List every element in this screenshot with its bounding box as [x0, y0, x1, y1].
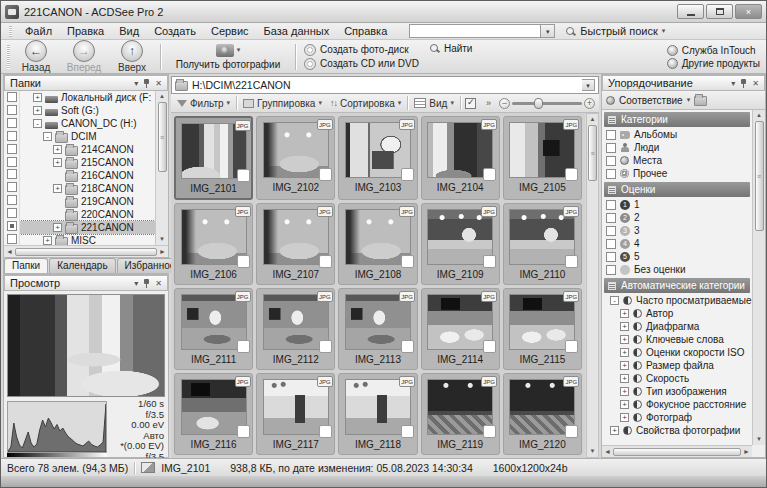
menu-item-2[interactable]: Вид	[112, 24, 146, 38]
view-button[interactable]: Вид ▾	[412, 97, 456, 110]
tree-item-221canon[interactable]: +221CANON	[20, 221, 155, 234]
thumbnail-image[interactable]: JPG	[263, 379, 329, 435]
path-dropdown-button[interactable]: ▾	[582, 79, 595, 91]
rating-1[interactable]: 11	[602, 198, 752, 211]
organize-horizontal-scrollbar[interactable]: ◄ ►	[602, 445, 752, 457]
toolbar-grip[interactable]	[7, 45, 10, 69]
menu-item-3[interactable]: Создать	[147, 24, 203, 38]
thumbnail-img_2114[interactable]: JPGIMG_2114	[421, 288, 500, 370]
menu-item-0[interactable]: Файл	[18, 24, 59, 38]
easy-select-cell[interactable]	[4, 194, 19, 207]
tag-checkbox[interactable]	[565, 340, 578, 353]
collapse-icon[interactable]: -	[33, 119, 42, 128]
thumbnail-img_2112[interactable]: JPGIMG_2112	[256, 288, 335, 370]
forward-button[interactable]: → Вперед	[64, 40, 104, 73]
rating-3[interactable]: 33	[602, 224, 752, 237]
thumbnail-img_2113[interactable]: JPGIMG_2113	[338, 288, 417, 370]
tag-checkbox[interactable]	[401, 168, 414, 181]
scroll-up-icon[interactable]: ▲	[756, 110, 762, 121]
scroll-up-icon[interactable]: ▲	[590, 114, 596, 125]
organize-vertical-scrollbar[interactable]: ▲ ≡ ▼	[752, 110, 765, 445]
panel-menu-icon[interactable]: ▾	[731, 79, 735, 88]
preview-image[interactable]	[7, 294, 165, 397]
intouch-button[interactable]: Служба InTouch	[667, 45, 756, 56]
scrollbar-thumb[interactable]	[15, 248, 157, 256]
thumbnail-img_2101[interactable]: JPGIMG_2101	[174, 116, 253, 200]
category-other[interactable]: Прочее	[602, 167, 752, 180]
scroll-right-icon[interactable]: ►	[743, 448, 750, 455]
easy-select-cell[interactable]	[4, 142, 19, 155]
rating-5[interactable]: 55	[602, 250, 752, 263]
auto-category[interactable]: +Автор	[602, 307, 752, 320]
folder-icon[interactable]	[694, 96, 707, 106]
expand-icon[interactable]: +	[620, 361, 629, 370]
thumbnail-img_2106[interactable]: JPGIMG_2106	[174, 203, 253, 285]
auto-category[interactable]: +Оценки скорости ISO	[602, 346, 752, 359]
easy-select-checkbox[interactable]	[7, 144, 17, 154]
thumbnail-img_2119[interactable]: JPGIMG_2119	[421, 373, 500, 455]
scroll-left-icon[interactable]: ◄	[604, 448, 611, 455]
thumbnail-image[interactable]: JPG	[509, 122, 575, 178]
auto-category[interactable]: +Тип изображения	[602, 385, 752, 398]
thumbnail-image[interactable]: JPG	[181, 209, 247, 265]
thumbnail-img_2109[interactable]: JPGIMG_2109	[421, 203, 500, 285]
path-bar[interactable]: H:\DCIM\221CANON ▾	[171, 76, 599, 94]
auto-category[interactable]: +Фотограф	[602, 411, 752, 424]
thumbnail-image[interactable]: JPG	[345, 209, 411, 265]
thumbnail-img_2117[interactable]: JPGIMG_2117	[256, 373, 335, 455]
expand-icon[interactable]: +	[53, 223, 62, 232]
thumbnail-image[interactable]: JPG	[427, 122, 493, 178]
grid-vertical-scrollbar[interactable]: ▲ ≡ ▼	[586, 113, 599, 458]
tree-item-dcim[interactable]: -DCIM	[20, 130, 155, 143]
menu-item-1[interactable]: Правка	[60, 24, 111, 38]
easy-select-checkbox[interactable]	[7, 234, 17, 244]
tree-item-219canon[interactable]: 219CANON	[20, 195, 155, 208]
thumbnail-image[interactable]: JPG	[345, 379, 411, 435]
minimize-button[interactable]	[677, 4, 704, 19]
expand-icon[interactable]: +	[620, 309, 629, 318]
rating-checkbox[interactable]	[606, 265, 616, 275]
get-photos-button[interactable]: ▾ Получить фотографии	[169, 44, 287, 70]
thumbnail-image[interactable]: JPG	[181, 123, 247, 179]
expand-icon[interactable]: +	[620, 348, 629, 357]
easy-select-cell[interactable]	[4, 168, 19, 181]
scroll-left-icon[interactable]: ◄	[6, 248, 13, 255]
easy-select-checkbox[interactable]	[7, 208, 17, 218]
expand-icon[interactable]: +	[620, 374, 629, 383]
thumbnail-image[interactable]: JPG	[263, 209, 329, 265]
menu-item-6[interactable]: Справка	[337, 24, 394, 38]
tree-item-misc[interactable]: +MISC	[20, 234, 155, 245]
tag-checkbox[interactable]	[483, 340, 496, 353]
scroll-right-icon[interactable]: ►	[159, 248, 166, 255]
easy-select-checkbox[interactable]	[7, 195, 17, 205]
tag-checkbox[interactable]	[565, 255, 578, 268]
close-icon[interactable]: ✕	[752, 79, 759, 88]
scroll-down-icon[interactable]: ▼	[159, 234, 165, 245]
category-people[interactable]: Люди	[602, 141, 752, 154]
search-dropdown-button[interactable]: ▾	[541, 24, 555, 38]
tag-checkbox[interactable]	[401, 425, 414, 438]
toolbar-overflow-icon[interactable]: »	[486, 98, 491, 108]
pin-icon[interactable]	[143, 79, 150, 88]
tag-checkbox[interactable]	[237, 340, 250, 353]
filter-button[interactable]: Фильтр ▾	[175, 97, 232, 110]
thumbnail-image[interactable]: JPG	[509, 379, 575, 435]
menu-item-5[interactable]: База данных	[257, 24, 337, 38]
thumbnail-image[interactable]: JPG	[263, 122, 329, 178]
scrollbar-thumb[interactable]	[613, 448, 741, 456]
scrollbar-thumb[interactable]: ≡	[158, 102, 167, 172]
rating-checkbox[interactable]	[606, 213, 616, 223]
tree-item--f-[interactable]: +Локальный диск (F:	[20, 91, 155, 104]
section-auto-categories[interactable]: Автоматические категории	[604, 278, 750, 293]
folders-horizontal-scrollbar[interactable]: ◄ ►	[4, 245, 168, 257]
close-icon[interactable]: ✕	[155, 279, 162, 288]
auto-category[interactable]: +Размер файла	[602, 359, 752, 372]
tag-checkbox[interactable]	[565, 425, 578, 438]
category-checkbox[interactable]	[606, 169, 616, 179]
select-images-button[interactable]	[465, 98, 476, 109]
thumbnail-image[interactable]: JPG	[427, 379, 493, 435]
sorting-button[interactable]: ↑↓ Сортировка ▾	[328, 97, 403, 110]
tag-checkbox[interactable]	[237, 425, 250, 438]
rating-checkbox[interactable]	[606, 200, 616, 210]
match-button[interactable]: Соответствие	[619, 95, 683, 106]
